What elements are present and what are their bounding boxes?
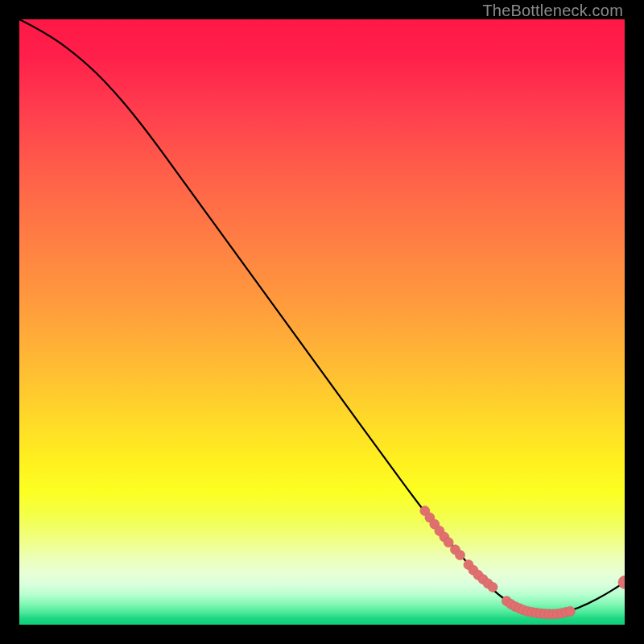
data-marker — [488, 582, 497, 592]
plot-area — [19, 19, 625, 625]
curve-line — [19, 19, 625, 614]
data-markers — [420, 506, 625, 619]
chart-svg — [19, 19, 625, 625]
data-marker — [444, 538, 453, 547]
data-marker — [565, 606, 575, 616]
chart-frame: TheBottleneck.com — [0, 0, 644, 644]
data-marker — [455, 551, 464, 560]
watermark-text: TheBottleneck.com — [482, 2, 623, 20]
